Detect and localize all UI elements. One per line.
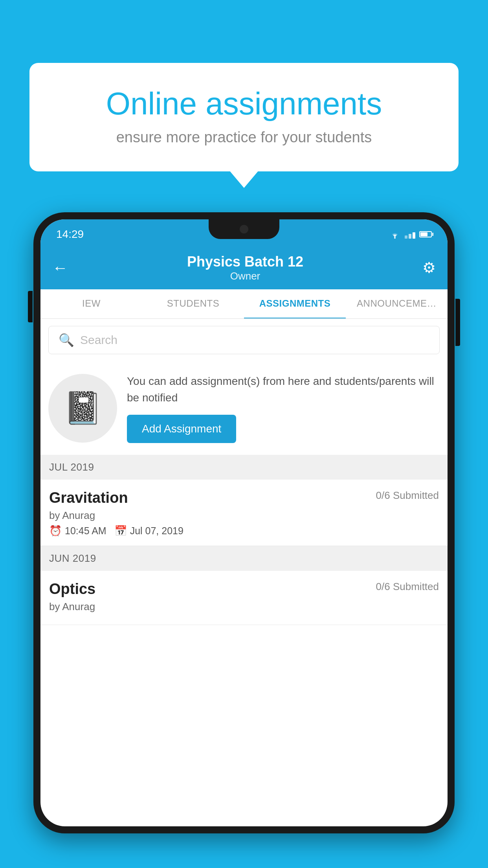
battery-icon [419,231,432,237]
calendar-icon: 📅 [114,525,127,537]
assignment-by-gravitation: by Anurag [49,509,439,522]
tab-iew[interactable]: IEW [40,289,142,318]
bubble-title: Online assignments [57,86,431,121]
app-header: ← Physics Batch 12 Owner ⚙ [40,246,448,289]
time-item-calendar: 📅 Jul 07, 2019 [114,525,183,537]
clock-icon: ⏰ [49,525,62,537]
settings-icon[interactable]: ⚙ [422,259,436,276]
assignment-title-optics: Optics [49,581,95,598]
submitted-optics: 0/6 Submitted [376,581,439,593]
promo-icon-circle: 📓 [48,374,117,443]
owner-label: Owner [187,270,303,282]
tabs-bar: IEW STUDENTS ASSIGNMENTS ANNOUNCEME… [40,289,448,319]
promo-description: You can add assignment(s) from here and … [127,373,440,406]
add-assignment-button[interactable]: Add Assignment [127,415,236,443]
bubble-subtitle: ensure more practice for your students [57,129,431,146]
promo-section: 📓 You can add assignment(s) from here an… [40,361,448,455]
speech-bubble-container: Online assignments ensure more practice … [29,63,459,171]
signal-icon [405,230,415,239]
assignment-time-row: ⏰ 10:45 AM 📅 Jul 07, 2019 [49,525,439,537]
back-button[interactable]: ← [52,259,68,277]
batch-title: Physics Batch 12 [187,254,303,270]
search-icon: 🔍 [59,333,74,348]
assignment-header-row: Gravitation 0/6 Submitted [49,489,439,506]
status-time: 14:29 [56,228,84,241]
assignment-title-gravitation: Gravitation [49,489,128,506]
phone-notch [209,219,279,239]
wifi-icon [389,230,401,239]
speech-bubble: Online assignments ensure more practice … [29,63,459,171]
phone-camera [240,225,248,234]
tab-announcements[interactable]: ANNOUNCEME… [346,289,448,318]
phone-outer: 14:29 [33,212,455,833]
section-jun-2019: JUN 2019 [40,546,448,571]
submitted-gravitation: 0/6 Submitted [376,489,439,502]
section-jul-2019: JUL 2019 [40,455,448,480]
assignment-by-optics: by Anurag [49,601,439,613]
search-box[interactable]: 🔍 Search [48,326,440,354]
search-placeholder: Search [80,333,117,347]
notebook-icon: 📓 [63,390,103,427]
svg-point-0 [394,237,396,239]
assignment-gravitation[interactable]: Gravitation 0/6 Submitted by Anurag ⏰ 10… [40,480,448,546]
assignment-optics-header-row: Optics 0/6 Submitted [49,581,439,598]
assignment-time: 10:45 AM [65,525,106,537]
tab-students[interactable]: STUDENTS [142,289,244,318]
phone-screen: 14:29 [40,219,448,826]
status-icons [389,230,432,239]
tab-assignments[interactable]: ASSIGNMENTS [244,289,346,319]
search-container: 🔍 Search [40,319,448,361]
phone-container: 14:29 [33,212,455,868]
header-center: Physics Batch 12 Owner [187,254,303,282]
assignment-date: Jul 07, 2019 [130,525,183,537]
time-item-clock: ⏰ 10:45 AM [49,525,106,537]
promo-text-area: You can add assignment(s) from here and … [127,373,440,443]
assignment-optics[interactable]: Optics 0/6 Submitted by Anurag [40,571,448,625]
